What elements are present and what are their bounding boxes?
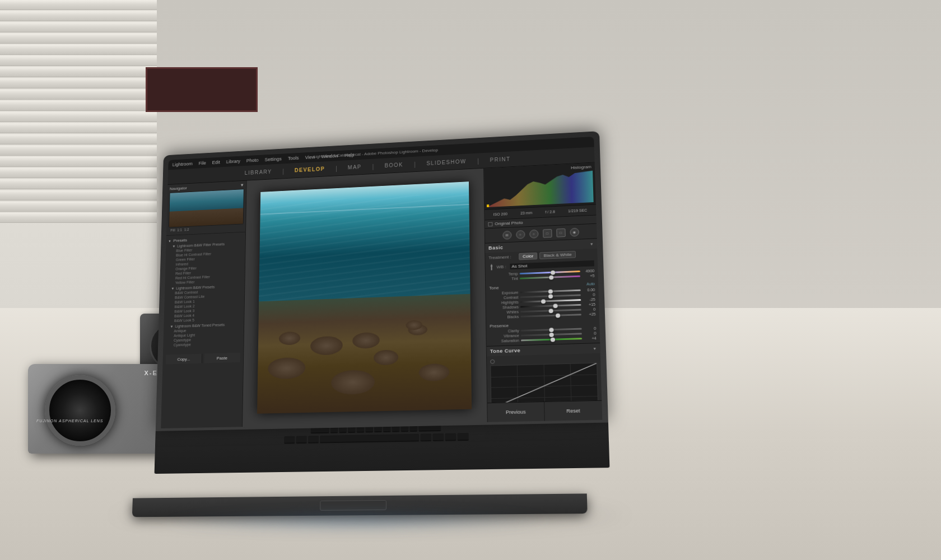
- clarity-label: Clarity: [490, 329, 519, 333]
- wb-label: WB :: [496, 264, 507, 269]
- vibrance-label: Vibrance: [490, 334, 519, 338]
- tone-sliders: Tone Auto Exposure 0.: [486, 280, 599, 322]
- whites-track[interactable]: [520, 309, 581, 313]
- tone-curve-arrow: ▼: [593, 347, 597, 351]
- reset-button[interactable]: Reset: [544, 401, 602, 421]
- blacks-value: +25: [583, 312, 596, 317]
- menu-library[interactable]: Library: [226, 158, 240, 164]
- curve-point-indicator: [490, 360, 495, 364]
- zoom-1-2[interactable]: 1:2: [184, 228, 189, 232]
- basic-section-title: Basic: [488, 245, 503, 251]
- color-button[interactable]: Color: [519, 253, 537, 260]
- module-develop[interactable]: DEVELOP: [295, 166, 325, 173]
- laptop: Lightroom File Edit Library Photo Settin…: [132, 130, 635, 517]
- menu-edit[interactable]: Edit: [212, 160, 220, 165]
- preset-group-toned: ▼ Lightroom B&W Toned Presets Antique An…: [165, 322, 242, 348]
- tone-text: Tone: [489, 286, 499, 291]
- main-area: Navigator ▼ Fill 1:1 1: [161, 162, 602, 428]
- navigator-panel: Navigator ▼ Fill 1:1 1: [166, 181, 246, 236]
- screen-bezel: Lightroom File Edit Library Photo Settin…: [161, 137, 602, 428]
- shadows-track[interactable]: [520, 304, 581, 308]
- basic-section: Basic ▼ Treatment : Color Black & White: [485, 239, 600, 347]
- group-arrow-2: ▼: [171, 287, 175, 291]
- contrast-track[interactable]: [520, 294, 581, 298]
- tone-curve-section: Tone Curve ▼: [487, 343, 602, 403]
- zoom-fill[interactable]: Fill: [170, 228, 175, 232]
- tint-track[interactable]: [520, 276, 580, 279]
- tone-curve-graph[interactable]: [490, 363, 598, 403]
- vibrance-track[interactable]: [521, 333, 582, 336]
- laptop-lid: Lightroom File Edit Library Photo Settin…: [156, 131, 608, 431]
- module-sep-4: |: [414, 160, 416, 167]
- photo-rocks: [257, 293, 472, 414]
- module-print[interactable]: PRINT: [490, 156, 511, 163]
- saturation-track[interactable]: [521, 338, 582, 341]
- highlights-value: -25: [583, 297, 595, 302]
- histogram-title: Histogram: [571, 165, 591, 170]
- right-panel: Histogram: [483, 162, 602, 422]
- auto-button[interactable]: Auto: [586, 282, 595, 287]
- presence-text: Presence: [490, 323, 509, 329]
- tool-gradient[interactable]: □: [543, 228, 552, 237]
- blacks-track[interactable]: [520, 314, 581, 317]
- blacks-label: Blacks: [490, 315, 519, 319]
- highlights-track[interactable]: [520, 299, 581, 303]
- clarity-track[interactable]: [521, 328, 582, 332]
- trackpad[interactable]: [320, 500, 386, 511]
- iso-info: ISO 200: [493, 212, 508, 217]
- menu-file[interactable]: File: [199, 161, 206, 166]
- original-photo-checkbox[interactable]: [488, 222, 492, 226]
- treatment-label: Treatment :: [488, 254, 516, 260]
- menu-settings[interactable]: Settings: [265, 156, 282, 162]
- tool-settings[interactable]: ◉: [570, 227, 579, 236]
- module-sep-1: |: [282, 167, 284, 175]
- temp-value: 4900: [582, 269, 595, 273]
- svg-rect-0: [487, 204, 489, 207]
- shadows-label: Shadows: [490, 305, 519, 310]
- group-arrow-3: ▼: [170, 325, 174, 329]
- temp-track[interactable]: [520, 270, 580, 274]
- presets-label: Presets: [173, 238, 187, 243]
- camera-brand-text: FUJINON ASPHERICAL LENS: [36, 419, 103, 423]
- tone-curve-panel: [487, 353, 602, 403]
- zoom-1-1[interactable]: 1:1: [177, 228, 182, 232]
- lightroom-ui[interactable]: Lightroom File Edit Library Photo Settin…: [161, 137, 602, 428]
- tool-brush[interactable]: □: [556, 228, 565, 237]
- tint-label: Tint: [489, 277, 518, 282]
- saturation-label: Saturation: [490, 339, 519, 343]
- contrast-value: 0: [583, 293, 595, 297]
- basic-section-arrow: ▼: [590, 242, 594, 246]
- highlights-label: Highlights: [490, 300, 519, 305]
- module-library[interactable]: LIBRARY: [245, 169, 272, 175]
- bottom-buttons: Previous Reset: [487, 400, 602, 422]
- module-book[interactable]: BOOK: [385, 162, 403, 169]
- photo-preview: [257, 181, 472, 414]
- exposure-track[interactable]: [520, 290, 580, 293]
- shadows-value: +15: [583, 302, 595, 307]
- exposure-label: Exposure: [489, 291, 518, 296]
- tool-crop[interactable]: ⊞: [502, 231, 511, 240]
- module-sep-5: |: [477, 157, 479, 164]
- group-arrow: ▼: [172, 244, 175, 248]
- navigator-arrow: ▼: [240, 183, 244, 187]
- tool-spot[interactable]: ○: [516, 230, 525, 239]
- histogram-graph: [486, 171, 594, 207]
- menu-photo[interactable]: Photo: [246, 157, 259, 163]
- eyedropper-tool[interactable]: [489, 264, 495, 270]
- presets-arrow: ▼: [168, 239, 171, 242]
- previous-button[interactable]: Previous: [487, 402, 545, 422]
- menu-tools[interactable]: Tools: [288, 155, 299, 161]
- left-panel: Navigator ▼ Fill 1:1 1: [161, 181, 246, 428]
- focal-info: 23 mm: [520, 211, 532, 216]
- histogram: Histogram: [484, 162, 596, 209]
- bw-button[interactable]: Black & White: [539, 251, 576, 259]
- paste-button[interactable]: Paste: [204, 353, 240, 363]
- exposure-value: 0.00: [583, 288, 595, 292]
- saturation-value: +4: [584, 336, 597, 340]
- menu-lightroom[interactable]: Lightroom: [173, 161, 193, 167]
- module-map[interactable]: MAP: [348, 164, 362, 170]
- center-preview: [243, 169, 487, 427]
- tool-redeye[interactable]: ○: [529, 229, 538, 238]
- copy-button[interactable]: Copy...: [166, 354, 202, 365]
- module-slideshow[interactable]: SLIDESHOW: [426, 158, 466, 166]
